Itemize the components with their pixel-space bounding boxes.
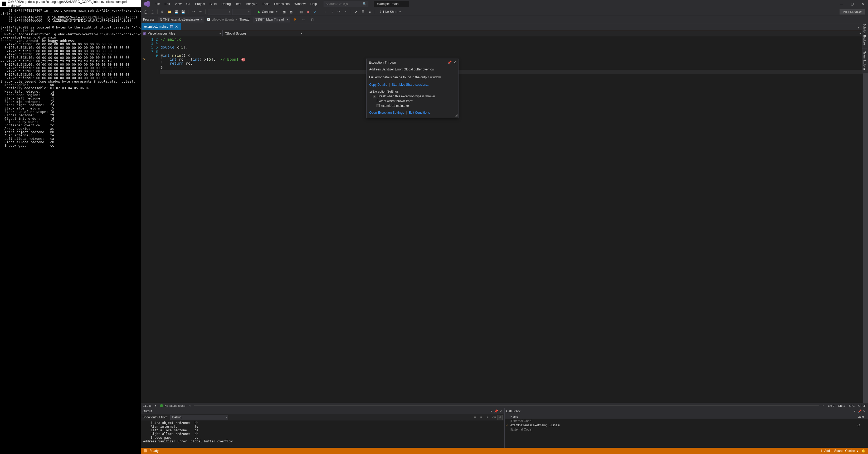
solution-explorer-tab[interactable]: Solution Explorer: [862, 21, 867, 49]
output-close-button[interactable]: ✕: [499, 409, 503, 413]
output-tb-1[interactable]: ≡: [472, 415, 477, 420]
member-scope-combo[interactable]: [304, 30, 863, 36]
char-indicator: Ch: 1: [838, 404, 845, 407]
resize-grip-icon[interactable]: ◢: [455, 113, 458, 117]
step-over-button[interactable]: ↷: [336, 9, 342, 15]
output-pin-button[interactable]: 📌: [494, 409, 498, 413]
notifications-button[interactable]: 🔔: [861, 449, 865, 453]
project-scope-combo[interactable]: ▣ Miscellaneous Files: [141, 30, 223, 36]
callstack-pin-button[interactable]: 📌: [858, 409, 862, 413]
start-liveshare-link[interactable]: Start Live Share session...: [392, 83, 429, 87]
exception-details-hint: Full error details can be found in the o…: [369, 75, 456, 80]
close-button[interactable]: ✕: [858, 0, 868, 8]
live-share-button[interactable]: ⇪ Live Share ▾: [379, 10, 401, 14]
show-output-label: Show output from:: [143, 416, 168, 419]
exception-message: Address Sanitizer Error: Global buffer o…: [369, 67, 456, 72]
flag-button[interactable]: ⚑: [292, 17, 298, 22]
callstack-row[interactable]: [External Code]: [505, 419, 868, 423]
status-text: Ready: [149, 449, 159, 453]
callstack-pane: Call Stack ▾ 📌 ✕ Name Lang: [505, 408, 868, 448]
edit-conditions-link[interactable]: Edit Conditions: [409, 111, 430, 114]
menu-project[interactable]: Project: [193, 1, 207, 7]
output-wrap-button[interactable]: ↲: [497, 415, 503, 420]
nav-fwd-button[interactable]: ◯: [149, 9, 155, 15]
pause-button[interactable]: ▮▮: [298, 9, 304, 15]
copy-details-link[interactable]: Copy Details: [369, 83, 387, 87]
callstack-row[interactable]: [External Code]: [505, 427, 868, 432]
except-item-checkbox[interactable]: [377, 104, 380, 107]
menu-edit[interactable]: Edit: [162, 1, 172, 7]
exception-close-button[interactable]: ✕: [453, 60, 456, 64]
menu-file[interactable]: File: [153, 1, 162, 7]
issues-indicator[interactable]: No issues found: [160, 404, 185, 407]
minimize-button[interactable]: —: [836, 0, 847, 8]
output-text[interactable]: Intra object redzone: bb ASan internal: …: [141, 421, 504, 448]
dbg-tool-1[interactable]: ⤢: [353, 9, 359, 15]
code-content[interactable]: // main.c double x[5]; ⊟int main() { ┊ i…: [160, 36, 863, 403]
maximize-button[interactable]: ▢: [847, 0, 858, 8]
dbg-tool-3[interactable]: ≡: [367, 9, 373, 15]
nav-back-button[interactable]: ◯: [143, 9, 148, 15]
menu-help[interactable]: Help: [308, 1, 319, 7]
menu-extensions[interactable]: Extensions: [272, 1, 292, 7]
menu-test[interactable]: Test: [234, 1, 244, 7]
search-input[interactable]: [326, 2, 363, 6]
callstack-close-button[interactable]: ✕: [862, 409, 866, 413]
editor-scrollbar[interactable]: [863, 36, 868, 403]
tab-dropdown-button[interactable]: ▾: [856, 25, 861, 30]
callstack-row[interactable]: ➪examlpe1-main.exe!main(...) Line 6C: [505, 423, 868, 427]
output-tb-2[interactable]: ≡: [478, 415, 484, 420]
search-box[interactable]: 🔍: [323, 1, 368, 7]
team-explorer-tab[interactable]: Team Explorer: [862, 49, 867, 73]
menu-build[interactable]: Build: [208, 1, 219, 7]
standard-toolbar: ◯ ◯ 🗎 📂 💾 💾 ↶ ↷ ▶ Continue ▾ ▦ ▦ ▮▮ ■: [141, 8, 868, 16]
exception-pin-button[interactable]: 📌: [447, 60, 452, 64]
misc-dbg-button[interactable]: ◧: [309, 17, 315, 22]
output-clear-button[interactable]: ⨯≡: [491, 415, 496, 420]
file-tab[interactable]: examlpe1-main.c ✕: [142, 23, 181, 30]
open-exception-settings-link[interactable]: Open Exception Settings: [369, 111, 404, 114]
save-button[interactable]: 💾: [174, 9, 179, 15]
continue-button[interactable]: ▶ Continue ▾: [255, 9, 280, 15]
callstack-list[interactable]: [External Code] ➪examlpe1-main.exe!main(…: [505, 419, 868, 448]
menu-window[interactable]: Window: [292, 1, 308, 7]
lifecycle-events-toggle[interactable]: 🕐 Lifecycle Events▾: [207, 18, 237, 21]
thread-combo[interactable]: [23584] Main Thread: [253, 17, 290, 22]
redo-button[interactable]: ↷: [197, 9, 203, 15]
stack-frame-button[interactable]: ▭: [301, 17, 307, 22]
menu-analyze[interactable]: Analyze: [244, 1, 259, 7]
dbg-btn-1[interactable]: ▦: [281, 9, 287, 15]
step-into-button[interactable]: ↓: [329, 9, 335, 15]
menu-git[interactable]: Git: [184, 1, 192, 7]
close-tab-button[interactable]: ✕: [175, 25, 178, 29]
step-out-button[interactable]: ↑: [343, 9, 349, 15]
menu-debug[interactable]: Debug: [219, 1, 233, 7]
solution-platform-combo[interactable]: [232, 9, 251, 15]
dbg-btn-2[interactable]: ▦: [288, 9, 294, 15]
output-source-combo[interactable]: Debug: [170, 415, 228, 420]
console-output[interactable]: #1 0x7ff748217867 in __scrt_common_main_…: [0, 7, 141, 454]
open-file-button[interactable]: 📂: [166, 9, 172, 15]
menu-tools[interactable]: Tools: [260, 1, 271, 7]
dbg-tool-2[interactable]: ☰: [360, 9, 366, 15]
restart-button[interactable]: ⟳: [312, 9, 318, 15]
solution-config-combo[interactable]: [208, 9, 231, 15]
process-combo[interactable]: [24348] examlpe1-main.exe: [158, 17, 204, 22]
undo-button[interactable]: ↶: [190, 9, 196, 15]
output-dropdown-button[interactable]: ▾: [489, 409, 493, 413]
show-next-statement-button[interactable]: →: [322, 9, 328, 15]
output-tb-3[interactable]: ≡: [485, 415, 490, 420]
code-editor[interactable]: ➪ 1 2 3 4 5 6 7 8 9 // main.c double x[5…: [141, 36, 868, 403]
save-all-button[interactable]: 💾: [180, 9, 186, 15]
add-source-control-button[interactable]: ↥ Add to Source Control ▴: [820, 449, 858, 453]
file-scope-combo[interactable]: (Global Scope): [223, 30, 304, 36]
new-project-button[interactable]: 🗎: [160, 9, 165, 15]
callstack-dropdown-button[interactable]: ▾: [853, 409, 857, 413]
exception-settings-header[interactable]: ◢ Exception Settings: [369, 89, 456, 94]
stop-button[interactable]: ■: [305, 9, 311, 15]
pin-icon[interactable]: [170, 25, 173, 28]
zoom-level[interactable]: 111 %: [143, 404, 151, 407]
console-titlebar[interactable]: C:\MSDN\cpp-docs-pr\docs\c-language\ASAN…: [0, 0, 141, 7]
break-checkbox[interactable]: [373, 95, 376, 98]
menu-view[interactable]: View: [173, 1, 184, 7]
